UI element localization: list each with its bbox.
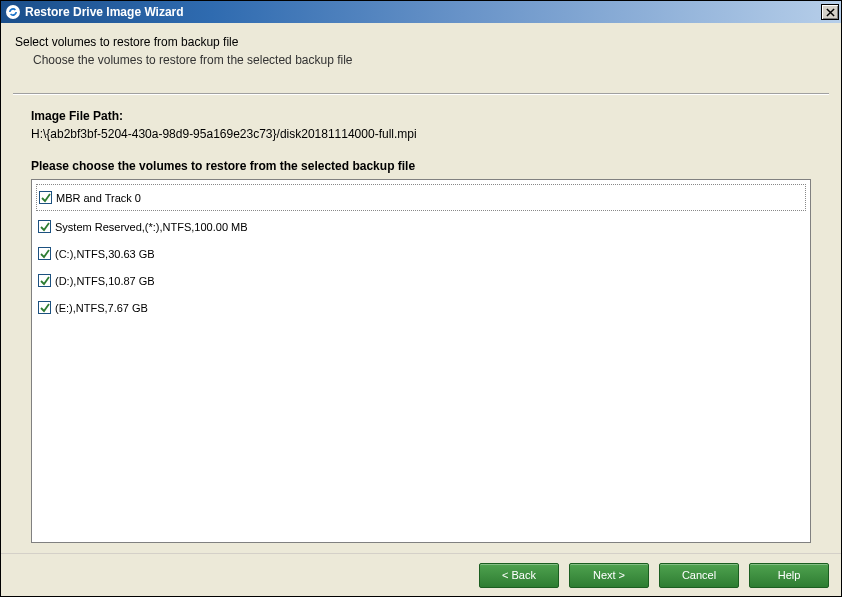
window-title: Restore Drive Image Wizard [25, 5, 821, 19]
list-item[interactable]: (C:),NTFS,30.63 GB [36, 240, 806, 267]
app-icon [5, 4, 21, 20]
volume-label: MBR and Track 0 [56, 192, 141, 204]
next-button[interactable]: Next > [569, 563, 649, 588]
volume-label: (C:),NTFS,30.63 GB [55, 248, 155, 260]
help-button[interactable]: Help [749, 563, 829, 588]
checkbox[interactable] [38, 301, 51, 314]
volume-label: (D:),NTFS,10.87 GB [55, 275, 155, 287]
image-path-value: H:\{ab2bf3bf-5204-430a-98d9-95a169e23c73… [31, 127, 811, 141]
content-area: Image File Path: H:\{ab2bf3bf-5204-430a-… [1, 95, 841, 553]
wizard-header-subtitle: Choose the volumes to restore from the s… [33, 53, 827, 67]
list-item[interactable]: MBR and Track 0 [36, 184, 806, 211]
list-item[interactable]: (D:),NTFS,10.87 GB [36, 267, 806, 294]
back-button[interactable]: < Back [479, 563, 559, 588]
checkbox[interactable] [38, 220, 51, 233]
checkbox[interactable] [38, 247, 51, 260]
image-path-label: Image File Path: [31, 109, 811, 123]
volume-label: System Reserved,(*:),NTFS,100.00 MB [55, 221, 248, 233]
list-item[interactable]: System Reserved,(*:),NTFS,100.00 MB [36, 213, 806, 240]
choose-volumes-label: Please choose the volumes to restore fro… [31, 159, 811, 173]
close-button[interactable] [821, 4, 839, 20]
svg-point-0 [6, 5, 20, 19]
list-item[interactable]: (E:),NTFS,7.67 GB [36, 294, 806, 321]
wizard-window: Restore Drive Image Wizard Select volume… [0, 0, 842, 597]
cancel-button[interactable]: Cancel [659, 563, 739, 588]
volume-label: (E:),NTFS,7.67 GB [55, 302, 148, 314]
volume-list[interactable]: MBR and Track 0 System Reserved,(*:),NTF… [31, 179, 811, 543]
checkbox[interactable] [38, 274, 51, 287]
titlebar: Restore Drive Image Wizard [1, 1, 841, 23]
wizard-footer: < Back Next > Cancel Help [1, 553, 841, 596]
checkbox[interactable] [39, 191, 52, 204]
wizard-header: Select volumes to restore from backup fi… [1, 23, 841, 83]
wizard-header-title: Select volumes to restore from backup fi… [15, 35, 827, 49]
